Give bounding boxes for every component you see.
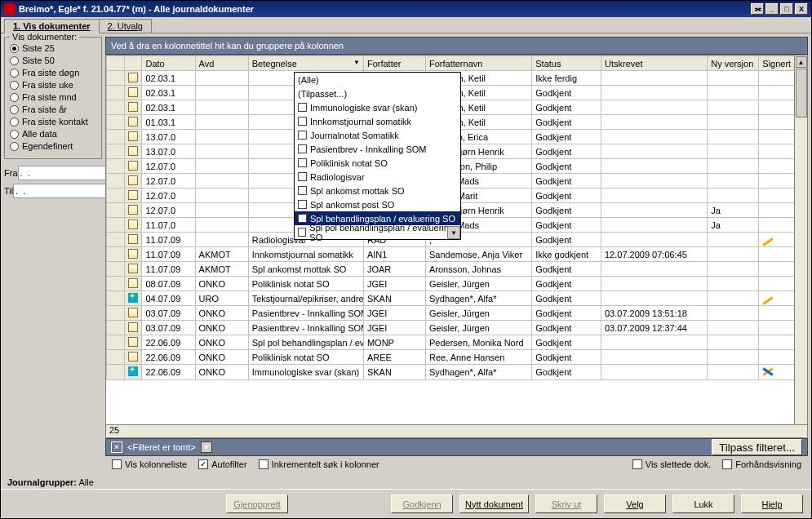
filter-arrow-icon[interactable]: ▼ [353,59,360,66]
filter-option[interactable]: Poliklinisk notat SO [295,156,460,170]
hjelp-button[interactable]: Hjelp [741,495,803,513]
document-icon [128,131,138,141]
filter-option[interactable]: (Tilpasset...) [295,86,460,100]
filter-option[interactable]: Spl pol behandlingsplan / evaluering SO [295,225,460,239]
radio-alle-data[interactable]: Alle data [10,129,96,139]
table-row[interactable]: 03.07.09ONKOPasientbrev - Innkalling SOM… [107,306,807,321]
table-row[interactable]: 22.06.09ONKOSpl pol behandlingsplan / ev… [107,335,807,350]
filter-option[interactable]: Immunologiske svar (skan) [295,100,460,114]
cell-utskrevet [601,277,707,291]
filter-text: <Filteret er tomt> [127,442,196,452]
chk-inkrementelt[interactable]: Inkrementelt søk i kolonner [259,459,379,469]
filter-option[interactable]: Spl ankomst post SO [295,197,460,211]
cell-avd: URO [195,291,248,306]
cell-utskrevet [601,159,707,174]
maximize-button[interactable]: □ [780,3,793,15]
column-header-Utskrevet[interactable]: Utskrevet [601,56,707,71]
cell-forfatternavn: Sydhagen*, Alfa* [425,291,531,306]
row-icon-cell [124,350,142,365]
row-count-footer: 25 [105,425,808,438]
chk-forhandsvisning[interactable]: Forhåndsvisning [722,459,801,469]
row-indicator [107,291,125,306]
table-row[interactable]: 22.06.09ONKOImmunologiske svar (skan)SKA… [107,365,807,380]
chk-vis-slettede[interactable]: Vis slettede dok. [632,459,712,469]
tab-utvalg[interactable]: 2. Utvalg [99,19,152,33]
radio-fra-siste-uke[interactable]: Fra siste uke [10,80,96,90]
row-indicator [107,203,125,218]
radio-siste-25[interactable]: Siste 25 [10,43,96,53]
row-icon-cell [124,306,142,321]
cell-status: Godkjent [532,203,601,218]
filter-option[interactable]: Spl ankomst mottak SO [295,184,460,197]
nytt-dokument-button[interactable]: Nytt dokument [459,495,529,513]
table-row[interactable]: 22.06.09ONKOPoliklinisk notat SOAREERee,… [107,350,807,365]
document-icon [128,175,138,185]
column-header-Dato[interactable]: Dato [142,56,195,71]
filter-option[interactable]: Radiologisvar [295,170,460,184]
filter-dropdown-button[interactable]: ▼ [201,441,212,453]
scroll-up-button[interactable]: ▲ [796,56,807,68]
filter-close-button[interactable]: ✕ [111,441,122,453]
dropdown-scroll-down[interactable]: ▼ [447,226,460,239]
close-button[interactable]: X [795,3,808,15]
table-row[interactable]: 03.07.09ONKOPasientbrev - Innkalling SOM… [107,321,807,335]
betegnelse-filter-dropdown[interactable]: (Alle)(Tilpasset...)Immunologiske svar (… [294,72,461,240]
filter-option[interactable]: (Alle) [295,73,460,86]
document-icon [128,234,138,244]
radio-fra-siste-mnd[interactable]: Fra siste mnd [10,92,96,102]
radio-egendefinert[interactable]: Egendefinert [10,141,96,151]
cell-nyversjon [708,350,759,365]
gjenopprett-button[interactable]: Gjenopprett [226,495,288,513]
row-indicator [107,174,125,189]
tilpass-filter-button[interactable]: Tilpass filteret... [712,439,802,455]
chk-vis-kolonneliste[interactable]: Vis kolonneliste [112,459,187,469]
column-header-Forfatternavn[interactable]: Forfatternavn [425,56,531,71]
godkjenn-button[interactable]: Godkjenn [391,495,453,513]
filter-option[interactable]: Innkomstjournal somatikk [295,114,460,128]
cell-dato: 13.07.0 [142,130,195,144]
radio-siste-50[interactable]: Siste 50 [10,55,96,65]
filter-option[interactable]: Pasientbrev - Innkalling SOM [295,142,460,156]
column-header-Avd[interactable]: Avd [195,56,248,71]
fra-row: Fra ▦ [4,166,102,180]
cell-utskrevet: 03.07.2009 12:37:44 [601,321,707,335]
cell-avd [195,144,248,159]
column-header-Forfatter[interactable]: Forfatter [363,56,425,71]
cell-dato: 02.03.1 [142,71,195,86]
grid-vertical-scrollbar[interactable]: ▲ [794,55,807,424]
column-header-Betegnelse[interactable]: Betegnelse▼ [248,56,363,71]
scroll-thumb[interactable] [796,69,807,118]
row-indicator [107,321,125,335]
cell-dato: 11.07.0 [142,218,195,233]
cell-utskrevet: 03.07.2009 13:51:18 [601,306,707,321]
cell-avd: AKMOT [195,247,248,262]
document-icon [128,352,138,362]
radio-fra-siste-d-gn[interactable]: Fra siste døgn [10,68,96,78]
lukk-button[interactable]: Lukk [672,495,734,513]
velg-button[interactable]: Velg [604,495,666,513]
table-row[interactable]: 11.07.09AKMOTSpl ankomst mottak SOJOARAr… [107,262,807,277]
column-header-blank0[interactable] [107,56,125,71]
column-header-Ny versjon[interactable]: Ny versjon [708,56,759,71]
table-row[interactable]: 04.07.09UROTekstjournal/epikriser, andre… [107,291,807,306]
skriv-ut-button[interactable]: Skriv ut [535,495,597,513]
cell-forfatter: SKAN [363,291,425,306]
column-header-blank1[interactable] [124,56,142,71]
table-row[interactable]: 08.07.09ONKOPoliklinisk notat SOJGEIGeis… [107,277,807,291]
radio-fra-siste-r[interactable]: Fra siste år [10,104,96,114]
row-indicator [107,100,125,115]
radio-fra-siste-kontakt[interactable]: Fra siste kontakt [10,117,96,126]
row-indicator [107,71,125,86]
pin-button[interactable]: ⫘ [751,3,764,15]
chk-autofilter[interactable]: ✓Autofilter [198,459,246,469]
filter-option[interactable]: Journalnotat Somatikk [295,128,460,142]
radio-dot [10,56,19,65]
cell-dato: 03.07.09 [142,306,195,321]
cell-forfatternavn: Pedersen, Monika Nord [425,335,531,350]
table-row[interactable]: 11.07.09AKMOTInnkomstjournal somatikkAIN… [107,247,807,262]
column-header-Status[interactable]: Status [532,56,601,71]
cell-status: Godkjent [532,159,601,174]
group-by-bar[interactable]: Ved å dra en kolonnetittel hit kan du gr… [105,37,808,55]
checkbox-icon [298,186,307,195]
minimize-button[interactable]: _ [765,3,779,15]
